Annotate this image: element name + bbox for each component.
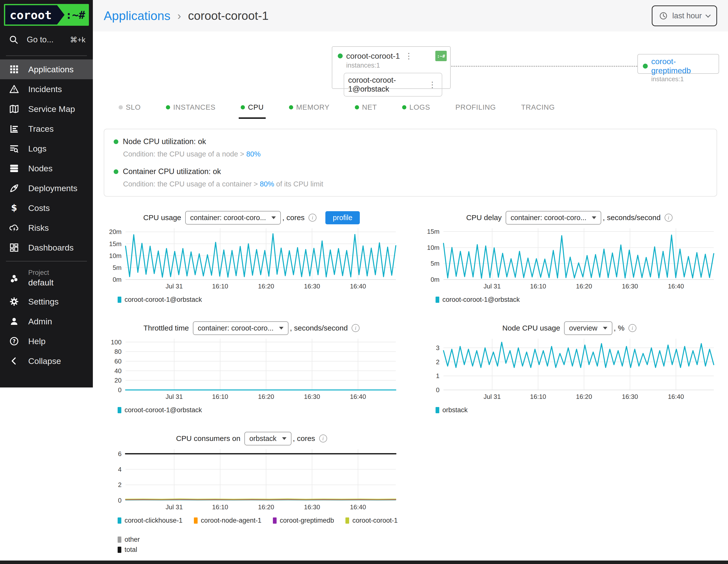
info-icon[interactable]: i — [309, 214, 316, 222]
sidebar-item-costs[interactable]: $ Costs — [0, 198, 93, 218]
sidebar-item-risks[interactable]: Risks — [0, 218, 93, 238]
legend-item[interactable]: coroot-clickhouse-1 — [118, 517, 182, 524]
breadcrumb-applications-link[interactable]: Applications — [104, 9, 171, 23]
svg-text:16:20: 16:20 — [576, 393, 592, 400]
svg-text:Jul 31: Jul 31 — [483, 393, 500, 400]
svg-text:16:20: 16:20 — [576, 282, 592, 290]
tab-profiling[interactable]: PROFILING — [453, 103, 498, 119]
legend-label: coroot-clickhouse-1 — [125, 517, 182, 524]
legend-label: coroot-coroot-1@orbstack — [125, 296, 202, 304]
service-map-node-coroot[interactable]: coroot-coroot-1 ⋮ :~# instances:1 coroot… — [332, 46, 451, 89]
kebab-menu-icon[interactable]: ⋮ — [403, 52, 414, 60]
project-selector[interactable]: Project default — [0, 265, 93, 292]
chart-cpu-usage: CPU usage container: coroot-coro... , co… — [104, 209, 399, 304]
tab-cpu[interactable]: CPU — [239, 103, 266, 119]
profile-button[interactable]: profile — [325, 211, 360, 224]
sidebar-item-dashboards[interactable]: Dashboards — [0, 238, 93, 257]
series-selector-dropdown[interactable]: container: coroot-coro... — [506, 211, 601, 225]
legend-item[interactable]: coroot-coroot-1@orbstack — [118, 296, 202, 304]
series-selector-dropdown[interactable]: container: coroot-coro... — [193, 321, 288, 335]
series-selector-dropdown[interactable]: container: coroot-coro... — [185, 211, 281, 225]
coroot-logo[interactable]: coroot :~# — [4, 4, 89, 26]
sidebar-collapse-button[interactable]: Collapse — [0, 351, 93, 371]
sidebar-item-traces[interactable]: Traces — [0, 119, 93, 139]
divider — [6, 261, 87, 261]
sidebar-item-incidents[interactable]: Incidents — [0, 79, 93, 99]
legend-item[interactable]: orbstack — [436, 406, 468, 414]
svg-text:16:10: 16:10 — [212, 393, 228, 400]
chart-node-cpu-usage: Node CPU usage overview , % i 0123Jul 31… — [422, 320, 717, 414]
svg-text:20m: 20m — [109, 228, 122, 235]
tab-memory[interactable]: MEMORY — [287, 103, 332, 119]
sidebar-item-settings[interactable]: Settings — [0, 292, 93, 311]
person-icon — [9, 316, 19, 327]
dropdown-value: container: coroot-coro... — [198, 324, 274, 332]
svg-text:Jul 31: Jul 31 — [166, 282, 183, 290]
legend-item[interactable]: coroot-coroot-1@orbstack — [118, 406, 202, 414]
status-dot — [643, 64, 648, 69]
sidebar-item-logs[interactable]: Logs — [0, 139, 93, 158]
tab-logs[interactable]: LOGS — [400, 103, 432, 119]
legend-color-swatch — [118, 407, 121, 413]
kebab-menu-icon[interactable]: ⋮ — [427, 81, 438, 89]
service-map-node-greptimedb[interactable]: coroot-greptimedb instances:1 — [637, 54, 719, 74]
legend-label: coroot-greptimedb — [280, 517, 334, 524]
tab-slo[interactable]: SLO — [117, 103, 143, 119]
goto-search[interactable]: Go to... ⌘+k — [0, 27, 93, 52]
info-icon[interactable]: i — [319, 435, 327, 442]
report-tabs: SLO INSTANCES CPU MEMORY NET LOGS PROFIL… — [93, 103, 728, 119]
time-range-label: last hour — [672, 11, 702, 20]
charts-section: CPU usage container: coroot-coro... , co… — [104, 209, 717, 554]
tab-status-dot — [355, 105, 359, 109]
legend-color-swatch — [118, 297, 121, 303]
legend-item[interactable]: coroot-node-agent-1 — [194, 517, 261, 524]
sidebar-item-applications[interactable]: Applications — [0, 59, 93, 79]
sidebar-item-label: Collapse — [28, 356, 61, 366]
tab-instances[interactable]: INSTANCES — [164, 103, 217, 119]
sidebar-item-help[interactable]: ? Help — [0, 331, 93, 351]
sidebar-item-admin[interactable]: Admin — [0, 311, 93, 331]
dropdown-value: container: coroot-coro... — [511, 214, 586, 222]
info-icon[interactable]: i — [628, 324, 636, 332]
series-selector-dropdown[interactable]: overview — [564, 321, 612, 335]
legend-item[interactable]: other — [118, 536, 140, 543]
legend-color-swatch — [118, 547, 121, 553]
hexagons-icon — [9, 273, 19, 283]
legend-item[interactable]: total — [118, 546, 137, 554]
instance-chip[interactable]: coroot-coroot-1@orbstack ⋮ — [344, 73, 442, 97]
info-icon[interactable]: i — [352, 324, 360, 332]
legend-item[interactable]: coroot-greptimedb — [273, 517, 334, 524]
sidebar-item-label: Admin — [28, 317, 52, 326]
svg-text:Jul 31: Jul 31 — [483, 282, 500, 290]
legend-label: coroot-coroot-1@orbstack — [125, 406, 202, 414]
chevron-down-icon — [592, 216, 596, 219]
sidebar-item-service-map[interactable]: Service Map — [0, 99, 93, 119]
tab-label: INSTANCES — [173, 103, 215, 111]
svg-text:20: 20 — [114, 377, 122, 384]
threshold-link[interactable]: 80% — [260, 180, 274, 188]
sidebar-item-nodes[interactable]: Nodes — [0, 158, 93, 178]
condition-text: Condition: the CPU usage of a container … — [123, 180, 260, 188]
svg-text:?: ? — [13, 338, 16, 344]
goto-label: Go to... — [27, 35, 53, 44]
rocket-icon — [9, 183, 19, 193]
threshold-link[interactable]: 80% — [246, 150, 260, 158]
time-range-selector[interactable]: last hour — [652, 5, 717, 26]
legend-item[interactable]: coroot-coroot-1 — [345, 517, 398, 524]
info-icon[interactable]: i — [665, 214, 673, 222]
help-icon: ? — [9, 336, 19, 346]
legend-color-swatch — [118, 517, 121, 524]
dropdown-value: overview — [569, 324, 597, 332]
tab-tracing[interactable]: TRACING — [519, 103, 557, 119]
tab-label: PROFILING — [455, 103, 496, 111]
node-selector-dropdown[interactable]: orbstack — [244, 432, 291, 445]
tab-net[interactable]: NET — [353, 103, 379, 119]
chart-legend: coroot-coroot-1@orbstack — [104, 406, 399, 414]
node-cpu-usage-plot: 0123Jul 3116:1016:2016:3016:40 — [422, 336, 717, 402]
svg-text:5m: 5m — [113, 264, 122, 271]
sidebar-item-deployments[interactable]: Deployments — [0, 178, 93, 198]
legend-item[interactable]: coroot-coroot-1@orbstack — [436, 296, 520, 304]
svg-text:40: 40 — [114, 367, 122, 375]
svg-text:0m: 0m — [430, 276, 439, 283]
app-link[interactable]: coroot-greptimedb — [651, 57, 714, 75]
